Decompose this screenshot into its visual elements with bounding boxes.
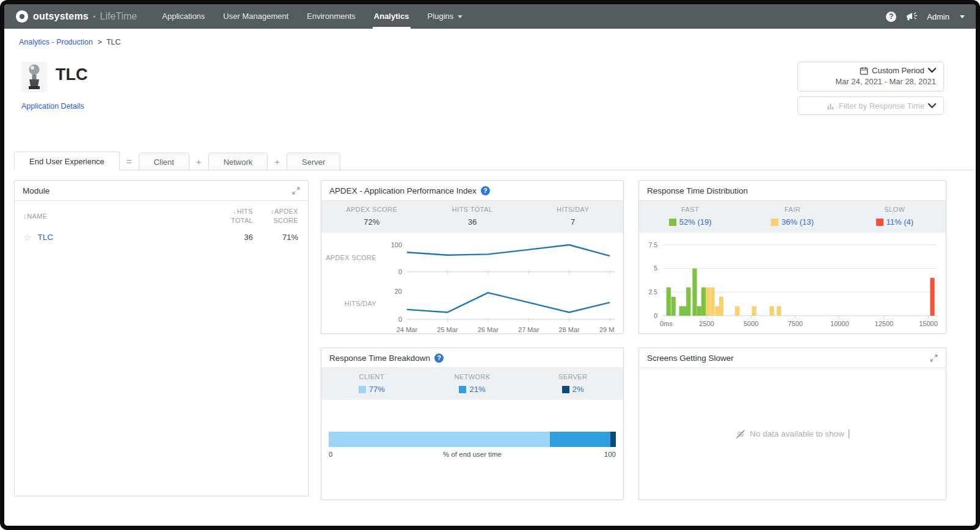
screens-getting-slower-panel: Screens Getting Slower No data available… [638,347,946,500]
help-icon[interactable]: ? [481,186,490,195]
module-link-tlc[interactable]: TLC [37,233,53,242]
star-icon[interactable]: ☆ [23,232,31,243]
apdex-stats: APDEX SCORE 72% HITS TOTAL 36 HITS/DAY 7 [321,201,623,233]
stat-value-hits-day: 7 [522,217,623,227]
stat-value-client[interactable]: 77% [321,385,422,394]
svg-text:29 Mar: 29 Mar [599,326,615,333]
period-label: Custom Period [872,66,924,75]
stat-value-fair[interactable]: 36% (13) [741,217,843,227]
help-icon[interactable]: ? [434,354,444,363]
page-title: TLC [56,65,87,84]
stat-label: SLOW [844,206,946,213]
svg-text:100: 100 [391,241,402,249]
stat-label: FAST [639,206,741,213]
empty-state: No data available to show [639,368,946,499]
svg-text:15000: 15000 [919,320,938,327]
svg-text:24 Mar: 24 Mar [397,326,418,333]
announcements-icon[interactable] [905,12,918,21]
tab-separator-plus: + [268,156,287,170]
distribution-stats: FAST 52% (19) FAIR 36% (13) SLOW 11% (4) [639,201,946,233]
brand-name: outsystems [33,11,89,22]
nav-item-user-management[interactable]: User Management [214,4,298,29]
svg-text:2500: 2500 [699,320,714,327]
application-details-link[interactable]: Application Details [21,102,84,111]
client-swatch-icon [359,386,366,393]
tab-end-user-experience[interactable]: End User Experience [14,151,120,170]
sort-icon: ↕ [23,213,26,220]
response-time-breakdown-panel: Response Time Breakdown ? CLIENT 77% NET… [321,347,624,500]
chevron-down-icon [458,15,463,18]
column-header-hits-total[interactable]: ↓HITS TOTAL [224,207,253,226]
end-user-time-stacked-bar [329,432,616,447]
breadcrumb: Analytics - Production > TLC [19,38,121,46]
expand-icon[interactable] [930,354,938,362]
apdex-score-line-chart: 0100 [380,239,615,277]
fair-swatch-icon [771,219,778,226]
stat-label: HITS TOTAL [422,206,523,213]
breadcrumb-separator: > [97,38,101,46]
nav-item-environments[interactable]: Environments [298,4,364,29]
stat-value-server[interactable]: 2% [522,385,623,394]
stacked-bar-axis: 0 % of end user time 100 [329,451,616,458]
svg-text:0: 0 [398,268,402,275]
tab-server[interactable]: Server [287,153,340,170]
svg-text:27 Mar: 27 Mar [518,326,539,333]
chart-row-label: APDEX SCORE [324,254,380,261]
segment-client [329,432,550,447]
column-header-apdex-score[interactable]: ↕APDEX SCORE [266,207,298,226]
period-range: Mar 24, 2021 - Mar 28, 2021 [805,77,936,86]
top-nav: outsystems • LifeTime Applications User … [4,4,976,29]
segment-server [610,432,616,447]
tab-client[interactable]: Client [139,153,189,170]
user-menu-label[interactable]: Admin [927,12,949,21]
apdex-panel-title: APDEX - Application Performance Index [329,186,477,195]
application-icon [21,62,47,92]
screens-panel-title: Screens Getting Slower [647,354,734,363]
breakdown-stats: CLIENT 77% NETWORK 21% SERVER 2% [321,368,623,400]
apdex-panel: APDEX - Application Performance Index ? … [321,180,624,334]
stat-value-network[interactable]: 21% [422,385,523,394]
nav-item-plugins[interactable]: Plugins [419,4,472,29]
breakdown-panel-title: Response Time Breakdown [329,354,430,363]
expand-icon[interactable] [292,187,300,195]
network-swatch-icon [459,386,466,393]
stat-label: SERVER [522,373,623,380]
svg-text:25 Mar: 25 Mar [437,326,458,333]
distribution-panel-title: Response Time Distribution [647,186,748,195]
response-time-histogram: 02.557.50ms250050007500100001250015000 [644,236,941,333]
tab-strip: End User Experience = Client + Network +… [14,151,976,170]
brand[interactable]: outsystems • LifeTime [15,10,137,23]
breadcrumb-current: TLC [106,38,121,46]
fast-swatch-icon [669,219,676,226]
bar-chart-icon [827,102,835,110]
hits-day-line-chart: 02024 Mar25 Mar26 Mar27 Mar28 Mar29 Mar [380,283,615,334]
nav-menu: Applications User Management Environment… [153,4,472,29]
no-data-icon [736,429,745,439]
stat-value-fast[interactable]: 52% (19) [639,217,741,227]
slow-swatch-icon [876,219,883,226]
cell-apdex-score: 71% [266,233,298,242]
app-window: outsystems • LifeTime Applications User … [0,0,980,530]
tab-network[interactable]: Network [208,153,268,170]
chevron-down-icon [928,68,936,73]
svg-text:10000: 10000 [830,320,849,327]
svg-text:5: 5 [654,264,657,272]
filter-by-response-time[interactable]: Filter by Response Time [797,96,944,115]
breadcrumb-link[interactable]: Analytics - Production [19,38,93,46]
nav-item-applications[interactable]: Applications [153,4,214,29]
svg-text:26 Mar: 26 Mar [478,326,499,333]
custom-period-selector[interactable]: Custom Period Mar 24, 2021 - Mar 28, 202… [797,62,944,92]
axis-label: % of end user time [329,451,616,458]
help-icon[interactable]: ? [886,12,896,22]
sort-icon: ↕ [271,208,274,215]
segment-network [550,432,610,447]
column-header-name[interactable]: ↕NAME [23,207,224,226]
svg-text:0: 0 [398,316,402,323]
sort-desc-icon: ↓ [233,208,236,215]
module-table: ↕NAME ↓HITS TOTAL ↕APDEX SCORE ☆ TLC 36 … [15,201,308,243]
stat-value-slow[interactable]: 11% (4) [844,217,946,227]
chevron-down-icon[interactable] [960,15,965,18]
svg-text:2.5: 2.5 [648,288,657,296]
stat-label: APDEX SCORE [321,206,422,213]
nav-item-analytics[interactable]: Analytics [365,4,419,29]
